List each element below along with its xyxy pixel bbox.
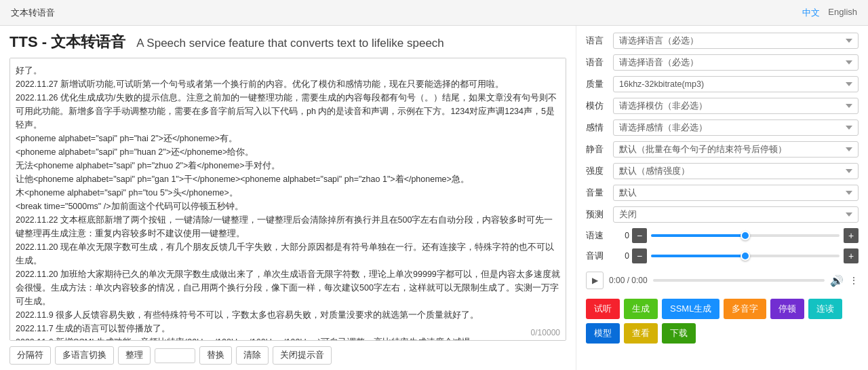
predict-select[interactable]: 关闭	[613, 206, 859, 223]
close-tips-btn[interactable]: 关闭提示音	[273, 346, 332, 365]
ssml-btn[interactable]: SSML生成	[662, 299, 719, 319]
volume-icon[interactable]: 🔊	[830, 274, 844, 287]
replace-btn[interactable]: 替换	[199, 346, 232, 365]
imitate-row: 模仿 请选择模仿（非必选）	[586, 98, 859, 114]
polyphone-btn[interactable]: 多音字	[724, 299, 766, 319]
download-btn[interactable]: 下载	[662, 323, 696, 344]
strength-label: 强度	[586, 165, 613, 177]
volume-row: 音量 默认	[586, 185, 859, 201]
page-title: TTS - 文本转语音 A Speech service feature tha…	[9, 33, 566, 52]
voice-select[interactable]: 请选择语音（必选）	[613, 54, 859, 71]
trial-btn[interactable]: 试听	[586, 299, 620, 319]
clear-btn[interactable]: 清除	[236, 346, 269, 365]
silence-row: 静音 默认（批量在每个句子的结束符号后停顿）	[586, 141, 859, 158]
more-options-icon[interactable]: ⋮	[849, 275, 859, 286]
silence-select[interactable]: 默认（批量在每个句子的结束符号后停顿）	[613, 141, 859, 158]
volume-label: 音量	[586, 187, 613, 199]
lang-cn-btn[interactable]: 中文	[802, 7, 820, 19]
predict-label: 预测	[586, 208, 613, 221]
emotion-label: 感情	[586, 122, 613, 134]
speed-minus-btn[interactable]: −	[632, 228, 647, 243]
pitch-track[interactable]	[651, 255, 840, 257]
audio-track[interactable]	[653, 279, 825, 282]
quality-label: 质量	[586, 78, 613, 90]
pitch-fill	[651, 255, 745, 257]
quality-row: 质量 16khz-32kbitrate(mp3)	[586, 76, 859, 92]
main-content: TTS - 文本转语音 A Speech service feature tha…	[0, 26, 868, 370]
volume-select[interactable]: 默认	[613, 185, 859, 201]
silence-label: 静音	[586, 143, 613, 155]
speed-label: 语速	[586, 229, 613, 242]
char-count: 0/10000	[531, 328, 560, 337]
speed-plus-btn[interactable]: +	[844, 228, 859, 243]
header: 文本转语音 中文 English	[0, 0, 868, 26]
generate-btn[interactable]: 生成	[624, 299, 658, 319]
predict-row: 预测 关闭	[586, 206, 859, 223]
polyphone-switch-btn[interactable]: 多语言切换	[55, 346, 114, 365]
speed-thumb	[741, 231, 750, 240]
pitch-value: 0	[613, 251, 629, 261]
language-switcher: 中文 English	[802, 7, 857, 19]
imitate-select[interactable]: 请选择模仿（非必选）	[613, 98, 859, 114]
quality-select[interactable]: 16khz-32kbitrate(mp3)	[613, 76, 859, 92]
right-panel: 语言 请选择语言（必选） 语音 请选择语音（必选） 质量 16khz-32kbi…	[576, 26, 868, 370]
pitch-thumb	[741, 251, 750, 261]
audio-player: ▶ 0:00 / 0:00 🔊 ⋮	[586, 269, 859, 292]
pitch-label: 音调	[586, 250, 613, 262]
voice-label: 语音	[586, 56, 613, 69]
speed-fill	[651, 234, 745, 237]
emotion-select[interactable]: 请选择感情（非必选）	[613, 119, 859, 136]
speed-value: 0	[613, 231, 629, 240]
strength-select[interactable]: 默认（感情强度）	[613, 163, 859, 179]
play-btn[interactable]: ▶	[586, 272, 604, 289]
language-label: 语言	[586, 35, 613, 47]
text-input[interactable]	[10, 58, 566, 340]
header-title: 文本转语音	[11, 7, 55, 19]
imitate-label: 模仿	[586, 100, 613, 112]
split-btn[interactable]: 分隔符	[9, 346, 51, 365]
left-panel: TTS - 文本转语音 A Speech service feature tha…	[0, 26, 576, 370]
action-buttons: 试听 生成 SSML生成 多音字 停顿 连读 模型 查看 下载	[586, 299, 859, 344]
text-area-container: 0/10000	[9, 58, 566, 341]
audio-time: 0:00 / 0:00	[609, 276, 648, 285]
lang-en-btn[interactable]: English	[828, 7, 857, 19]
connect-btn[interactable]: 连读	[808, 299, 842, 319]
language-select[interactable]: 请选择语言（必选）	[613, 33, 859, 49]
language-row: 语言 请选择语言（必选）	[586, 33, 859, 49]
model-btn[interactable]: 模型	[586, 323, 620, 344]
pause-btn[interactable]: 停顿	[770, 299, 804, 319]
speed-track[interactable]	[651, 234, 840, 237]
tts-desc-label: A Speech service feature that converts t…	[136, 37, 444, 50]
speed-row: 语速 0 − +	[586, 228, 859, 243]
tts-prefix-label: TTS - 文本转语音	[9, 33, 125, 50]
pitch-minus-btn[interactable]: −	[632, 248, 647, 263]
check-btn[interactable]: 查看	[624, 323, 658, 344]
organize-btn[interactable]: 整理	[118, 346, 151, 365]
replace-input[interactable]	[155, 348, 195, 363]
pitch-plus-btn[interactable]: +	[844, 248, 859, 263]
pitch-row: 音调 0 − +	[586, 248, 859, 263]
strength-row: 强度 默认（感情强度）	[586, 163, 859, 179]
bottom-toolbar: 分隔符 多语言切换 整理 替换 清除 关闭提示音	[9, 346, 566, 365]
emotion-row: 感情 请选择感情（非必选）	[586, 119, 859, 136]
voice-row: 语音 请选择语音（必选）	[586, 54, 859, 71]
